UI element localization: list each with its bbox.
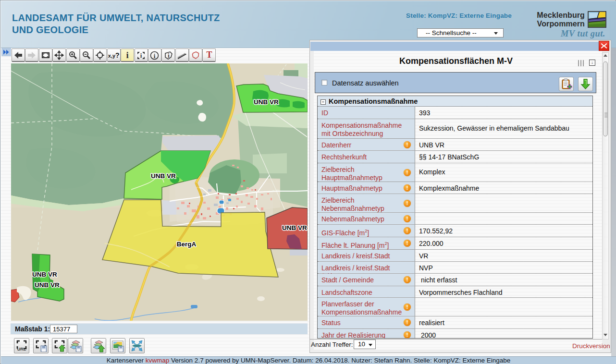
svg-text:BergA: BergA [177, 241, 197, 248]
svg-text:UNB VR: UNB VR [282, 224, 307, 231]
svg-text:UNB VR: UNB VR [32, 271, 57, 278]
svg-text:UNB VR: UNB VR [254, 98, 279, 106]
svg-text:URL: URL [17, 347, 26, 352]
svg-text:i: i [140, 52, 142, 59]
svg-text:UNB VR: UNB VR [35, 281, 60, 289]
svg-text:i: i [154, 52, 156, 60]
svg-text:UNB VR: UNB VR [151, 172, 176, 180]
